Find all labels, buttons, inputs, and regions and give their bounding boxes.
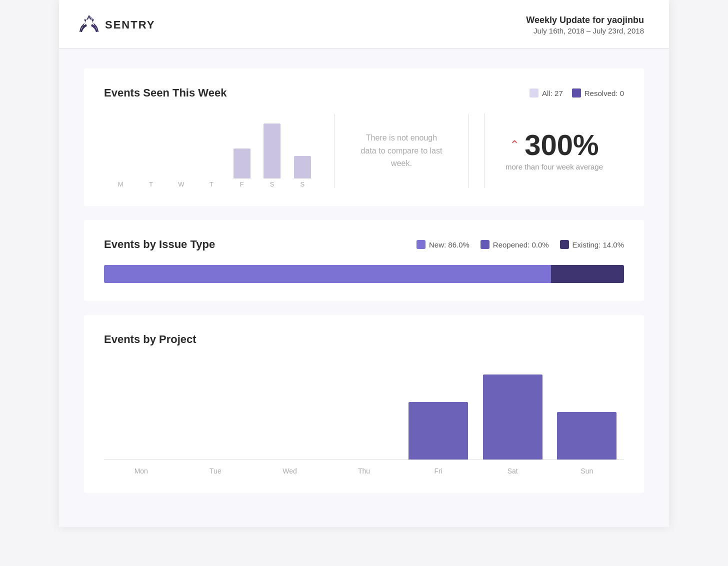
issue-type-legend: New: 86.0% Reopened: 0.0% Existing: 14.0… (416, 240, 624, 249)
project-label: Mon (104, 467, 178, 475)
legend-existing-swatch (560, 240, 569, 249)
stacked-segment (551, 265, 624, 283)
legend-all-swatch (530, 88, 538, 98)
weekly-bar-label: S (290, 180, 314, 188)
divider-2 (468, 114, 469, 188)
project-bars (104, 360, 624, 460)
project-label: Thu (327, 467, 402, 475)
project-label: Sat (476, 467, 550, 475)
issue-type-section: Events by Issue Type New: 86.0% Reopened… (84, 220, 644, 301)
issue-type-header: Events by Issue Type New: 86.0% Reopened… (104, 238, 624, 251)
compare-text: There is not enough data to compare to l… (360, 132, 444, 170)
project-bar-col (550, 360, 624, 460)
events-week-title: Events Seen This Week (104, 86, 226, 100)
legend-existing: Existing: 14.0% (560, 240, 624, 249)
project-bar (408, 402, 468, 460)
report-title: Weekly Update for yaojinbu (526, 15, 644, 26)
events-week-body: MTWTFSS There is not enough data to comp… (104, 114, 624, 188)
project-label: Fri (401, 467, 476, 475)
weekly-bar-label: S (260, 180, 284, 188)
project-bar-col (327, 360, 402, 460)
legend-reopened-label: Reopened: 0.0% (493, 240, 549, 249)
page-header: SENTRY Weekly Update for yaojinbu July 1… (59, 0, 669, 48)
compare-area: There is not enough data to compare to l… (350, 114, 454, 188)
project-label: Tue (178, 467, 253, 475)
project-bar-col (476, 360, 550, 460)
weekly-bar-label: T (200, 180, 224, 188)
weekly-bar-col (230, 114, 254, 178)
weekly-bar-col (140, 114, 163, 178)
stat-subtext: more than four week average (506, 162, 603, 171)
project-label: Sun (550, 467, 624, 475)
stacked-segment (104, 265, 551, 283)
weekly-bar-col (200, 114, 224, 178)
weekly-bar-chart (104, 114, 319, 178)
project-bar-col (252, 360, 327, 460)
weekly-bar (234, 148, 250, 178)
report-info: Weekly Update for yaojinbu July 16th, 20… (526, 15, 644, 35)
project-bar-col (401, 360, 476, 460)
weekly-bar-col (109, 114, 132, 178)
report-date: July 16th, 2018 – July 23rd, 2018 (526, 26, 644, 35)
project-header: Events by Project (104, 333, 624, 346)
legend-reopened: Reopened: 0.0% (480, 240, 549, 249)
project-bar-col (104, 360, 178, 460)
logo-text: SENTRY (105, 18, 155, 32)
legend-all: All: 27 (530, 88, 563, 98)
events-week-section: Events Seen This Week All: 27 Resolved: … (84, 68, 644, 206)
weekly-bar-label: F (230, 180, 254, 188)
project-label: Wed (252, 467, 327, 475)
legend-all-label: All: 27 (542, 89, 563, 98)
stat-number: 300% (524, 130, 598, 160)
stat-arrow-icon: ⌃ (510, 139, 520, 151)
legend-resolved-label: Resolved: 0 (584, 89, 624, 98)
project-labels: MonTueWedThuFriSatSun (104, 467, 624, 475)
weekly-bar-label: T (140, 180, 163, 188)
project-chart: MonTueWedThuFriSatSun (104, 360, 624, 475)
legend-new-swatch (416, 240, 426, 249)
weekly-bar-chart-area: MTWTFSS (104, 114, 319, 188)
weekly-bar-label: W (170, 180, 193, 188)
legend-existing-label: Existing: 14.0% (572, 240, 624, 249)
legend-reopened-swatch (480, 240, 490, 249)
legend-new: New: 86.0% (416, 240, 470, 249)
main-content: Events Seen This Week All: 27 Resolved: … (59, 48, 669, 527)
project-section: Events by Project MonTueWedThuFriSatSun (84, 315, 644, 493)
legend-new-label: New: 86.0% (429, 240, 470, 249)
project-title: Events by Project (104, 333, 196, 346)
project-bar-col (178, 360, 253, 460)
stat-area: ⌃ 300% more than four week average (484, 114, 624, 188)
legend-resolved-swatch (572, 88, 581, 98)
stat-row: ⌃ 300% (510, 130, 598, 160)
project-bar (483, 374, 542, 460)
sentry-logo-icon (79, 14, 99, 36)
events-week-header: Events Seen This Week All: 27 Resolved: … (104, 86, 624, 100)
divider-1 (334, 114, 334, 188)
weekly-bar (294, 156, 311, 178)
weekly-bar-col (170, 114, 193, 178)
weekly-bar-labels: MTWTFSS (104, 180, 319, 188)
project-bar (557, 412, 616, 460)
logo-area: SENTRY (79, 14, 155, 36)
stacked-bar (104, 265, 624, 283)
weekly-bar (264, 124, 280, 178)
weekly-bar-col (290, 114, 314, 178)
issue-type-title: Events by Issue Type (104, 238, 215, 251)
weekly-bar-col (260, 114, 284, 178)
legend-resolved: Resolved: 0 (572, 88, 624, 98)
events-week-legend: All: 27 Resolved: 0 (530, 88, 624, 98)
weekly-bar-label: M (109, 180, 132, 188)
